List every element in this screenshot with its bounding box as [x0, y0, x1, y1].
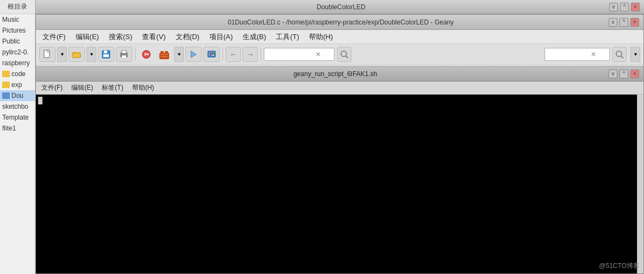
search-go-btn[interactable] — [337, 47, 351, 62]
print-btn[interactable] — [116, 47, 132, 62]
geany-close-btn[interactable]: × — [630, 18, 639, 27]
toolbar-search[interactable]: ✕ — [264, 48, 335, 61]
new-file-btn[interactable] — [39, 47, 55, 62]
geany-window: 01DuoColorLED.c - /home/pi/raspberry-pra… — [35, 14, 644, 274]
toolbar-search-right[interactable]: ✕ — [544, 48, 610, 61]
outer-minimize-btn[interactable]: v — [609, 3, 618, 11]
folder-icon-blue — [2, 92, 10, 99]
svg-rect-8 — [122, 55, 126, 58]
svg-point-9 — [126, 53, 128, 55]
sidebar-item-exp[interactable]: exp — [0, 79, 35, 90]
geany-window-controls: v ^ × — [609, 18, 639, 27]
svg-text:✂: ✂ — [144, 51, 150, 58]
terminal-menu-tags[interactable]: 标签(T) — [98, 83, 126, 93]
sidebar-item-dou[interactable]: Dou — [0, 90, 35, 101]
folder-icon — [2, 71, 10, 77]
outer-window-controls: v ^ × — [609, 3, 640, 11]
new-file-arrow[interactable]: ▾ — [57, 47, 67, 62]
sidebar-item-code-label: code — [11, 70, 26, 78]
terminal-black-area[interactable] — [36, 95, 637, 273]
menu-document[interactable]: 文档(D) — [171, 31, 204, 43]
terminal-menu-help[interactable]: 帮助(H) — [129, 83, 158, 93]
svg-rect-7 — [122, 51, 126, 53]
svg-rect-14 — [165, 51, 168, 53]
terminal-menubar: 文件(F) 编辑(E) 标签(T) 帮助(H) — [36, 82, 643, 95]
geany-titlebar: 01DuoColorLED.c - /home/pi/raspberry-pra… — [36, 15, 643, 30]
outer-title-text: DoubleColorLED — [73, 3, 609, 11]
sidebar-item-template[interactable]: Template — [0, 112, 35, 123]
compile-btn[interactable] — [185, 47, 202, 62]
terminal-titlebar: geany_run_script_6IFAK1.sh v ^ × — [36, 66, 643, 82]
build-btn[interactable] — [156, 47, 172, 62]
terminal-panel: geany_run_script_6IFAK1.sh v ^ × 文件(F) 编… — [36, 66, 643, 273]
nav-forward-btn[interactable]: → — [243, 47, 258, 62]
search-clear-icon[interactable]: ✕ — [315, 51, 321, 58]
menu-edit[interactable]: 编辑(E) — [71, 31, 103, 43]
geany-maximize-btn[interactable]: ^ — [620, 18, 628, 27]
svg-rect-13 — [160, 51, 164, 53]
menu-file[interactable]: 文件(F) — [38, 31, 70, 43]
toolbar-end-arrow[interactable]: ▾ — [630, 47, 640, 62]
terminal-minimize-btn[interactable]: v — [609, 70, 617, 78]
svg-line-25 — [346, 56, 348, 58]
search-right-input[interactable] — [547, 51, 591, 58]
menu-search[interactable]: 搜索(S) — [104, 31, 137, 43]
terminal-menu-file[interactable]: 文件(F) — [38, 83, 66, 93]
sidebar-item-flite1[interactable]: flite1 — [0, 123, 35, 134]
menu-help[interactable]: 帮助(H) — [305, 31, 337, 43]
open-file-btn[interactable] — [69, 47, 85, 62]
sidebar-item-pylirc[interactable]: pylirc2-0. — [0, 47, 35, 58]
svg-rect-23 — [212, 55, 214, 55]
svg-rect-0 — [44, 50, 49, 58]
undo-btn[interactable]: ✂ — [138, 47, 154, 62]
folder-icon — [2, 82, 10, 88]
toolbar-sep-2 — [222, 48, 223, 61]
watermark: @51CTO博客 — [599, 261, 640, 271]
sidebar-item-pictures[interactable]: Pictures — [0, 25, 35, 36]
open-file-arrow[interactable]: ▾ — [86, 47, 96, 62]
sidebar: 根目录 Music Pictures Public pylirc2-0. ras… — [0, 0, 35, 274]
toolbar-sep-3 — [261, 48, 261, 61]
menu-project[interactable]: 项目(A) — [205, 31, 237, 43]
search-right-go-btn[interactable] — [612, 47, 627, 62]
terminal-close-btn[interactable]: × — [630, 70, 639, 78]
menu-tools[interactable]: 工具(T) — [271, 31, 304, 43]
geany-title-text: 01DuoColorLED.c - /home/pi/raspberry-pra… — [73, 18, 609, 26]
nav-back-btn[interactable]: ← — [226, 47, 241, 62]
svg-rect-2 — [72, 53, 81, 58]
sidebar-item-code[interactable]: code — [0, 68, 35, 79]
sidebar-item-exp-label: exp — [11, 81, 22, 89]
svg-rect-5 — [103, 54, 109, 57]
menu-view[interactable]: 查看(V) — [138, 31, 170, 43]
svg-rect-16 — [160, 56, 168, 57]
menu-build[interactable]: 生成(B) — [238, 31, 270, 43]
terminal-title-text: geany_run_script_6IFAK1.sh — [62, 70, 609, 78]
screenshot-btn[interactable] — [203, 47, 220, 62]
svg-rect-15 — [160, 54, 168, 55]
search-input[interactable] — [267, 51, 315, 58]
svg-rect-4 — [104, 51, 107, 53]
geany-minimize-btn[interactable]: v — [609, 18, 617, 27]
save-btn[interactable] — [98, 47, 114, 62]
terminal-cursor — [38, 97, 42, 104]
svg-line-27 — [621, 56, 623, 58]
svg-rect-21 — [212, 53, 214, 54]
terminal-content-area — [36, 95, 643, 273]
sidebar-item-dou-label: Dou — [11, 92, 23, 99]
outer-titlebar: DoubleColorLED v ^ × — [35, 0, 644, 14]
svg-marker-17 — [191, 51, 196, 58]
search-right-clear[interactable]: ✕ — [591, 51, 596, 58]
svg-rect-22 — [210, 55, 212, 55]
sidebar-title: 根目录 — [0, 0, 35, 14]
terminal-maximize-btn[interactable]: ^ — [620, 70, 628, 78]
outer-maximize-btn[interactable]: ^ — [620, 3, 629, 11]
geany-toolbar: ▾ ▾ ✂ — [36, 44, 643, 65]
sidebar-item-music[interactable]: Music — [0, 14, 35, 25]
terminal-menu-edit[interactable]: 编辑(E) — [68, 83, 96, 93]
terminal-scrollbar[interactable] — [637, 95, 643, 273]
outer-close-btn[interactable]: × — [631, 3, 640, 11]
sidebar-item-sketchbo[interactable]: sketchbo — [0, 101, 35, 112]
sidebar-item-raspberry[interactable]: raspberry — [0, 58, 35, 68]
build-arrow[interactable]: ▾ — [174, 47, 184, 62]
sidebar-item-public[interactable]: Public — [0, 36, 35, 47]
